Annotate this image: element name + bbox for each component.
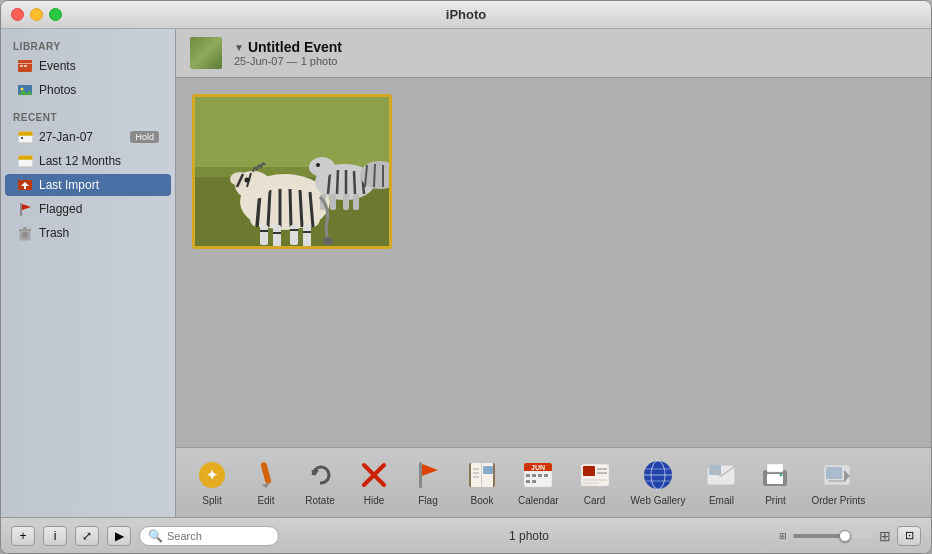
- photo-grid: [176, 78, 931, 447]
- search-box[interactable]: 🔍: [139, 526, 279, 546]
- sidebar-item-flagged[interactable]: Flagged: [5, 198, 171, 220]
- split-button[interactable]: ✦ Split: [186, 455, 238, 510]
- sidebar-item-trash[interactable]: Trash: [5, 222, 171, 244]
- event-header: ▼ Untitled Event 25-Jun-07 — 1 photo: [176, 29, 931, 78]
- info-icon: i: [54, 529, 57, 543]
- sidebar-item-label: 27-Jan-07: [39, 130, 93, 144]
- svg-rect-10: [21, 137, 23, 139]
- svg-point-39: [245, 178, 250, 183]
- size-slider-thumb[interactable]: [839, 530, 851, 542]
- edit-icon: [250, 459, 282, 491]
- content-area: ▼ Untitled Event 25-Jun-07 — 1 photo: [176, 29, 931, 517]
- sidebar-item-photos[interactable]: Photos: [5, 79, 171, 101]
- svg-rect-9: [18, 134, 32, 136]
- app-window: iPhoto LIBRARY Events: [0, 0, 932, 554]
- fullscreen-button[interactable]: ⤢: [75, 526, 99, 546]
- svg-rect-2: [20, 65, 23, 67]
- search-icon: 🔍: [148, 529, 163, 543]
- info-button[interactable]: i: [43, 526, 67, 546]
- svg-rect-93: [583, 466, 595, 476]
- photo-item[interactable]: [192, 94, 392, 249]
- svg-rect-19: [19, 229, 31, 231]
- view-icon: ⊡: [905, 529, 914, 542]
- calendar-icon: JUN: [522, 459, 554, 491]
- svg-rect-58: [330, 194, 336, 210]
- book-button[interactable]: Book: [456, 455, 508, 510]
- orderprints-button[interactable]: Order Prints: [803, 455, 873, 510]
- import-icon: [17, 177, 33, 193]
- sidebar-item-label: Trash: [39, 226, 69, 240]
- svg-rect-111: [828, 480, 846, 482]
- card-label: Card: [584, 495, 606, 506]
- webgallery-button[interactable]: Web Gallery: [623, 455, 694, 510]
- svg-point-65: [323, 237, 333, 245]
- edit-label: Edit: [257, 495, 274, 506]
- split-label: Split: [202, 495, 221, 506]
- svg-text:✦: ✦: [206, 467, 218, 483]
- edit-button[interactable]: Edit: [240, 455, 292, 510]
- event-meta: 25-Jun-07 — 1 photo: [234, 55, 342, 67]
- email-button[interactable]: Email: [695, 455, 747, 510]
- minimize-button[interactable]: [30, 8, 43, 21]
- event-thumbnail-image: [190, 37, 222, 69]
- print-button[interactable]: Print: [749, 455, 801, 510]
- book-label: Book: [471, 495, 494, 506]
- rotate-button[interactable]: Rotate: [294, 455, 346, 510]
- svg-line-30: [268, 190, 270, 227]
- add-button[interactable]: +: [11, 526, 35, 546]
- sidebar-item-events[interactable]: Events: [5, 55, 171, 77]
- bottom-bar: + i ⤢ ▶ 🔍 1 photo ⊞ ⊞ ⊡: [1, 517, 931, 553]
- view-toggle-button[interactable]: ⊡: [897, 526, 921, 546]
- svg-marker-69: [262, 483, 271, 489]
- calendar-label: Calendar: [518, 495, 559, 506]
- sidebar-item-last12[interactable]: Last 12 Months: [5, 150, 171, 172]
- svg-line-51: [337, 170, 338, 194]
- svg-rect-20: [23, 227, 27, 229]
- play-button[interactable]: ▶: [107, 526, 131, 546]
- svg-rect-1: [18, 63, 32, 64]
- orderprints-label: Order Prints: [811, 495, 865, 506]
- svg-rect-3: [24, 65, 27, 67]
- orderprints-icon: [822, 459, 854, 491]
- sidebar: LIBRARY Events: [1, 29, 176, 517]
- window-title: iPhoto: [446, 7, 486, 22]
- svg-point-56: [316, 163, 320, 167]
- hide-icon: [358, 459, 390, 491]
- sidebar-item-date[interactable]: 27-Jan-07 Hold: [5, 126, 171, 148]
- svg-rect-68: [260, 462, 271, 485]
- svg-rect-42: [290, 225, 298, 245]
- svg-point-108: [780, 474, 783, 477]
- svg-rect-41: [273, 225, 281, 246]
- search-input[interactable]: [167, 530, 270, 542]
- status-text: 1 photo: [287, 529, 771, 543]
- svg-line-53: [354, 171, 355, 194]
- svg-rect-107: [767, 464, 783, 472]
- sidebar-item-last-import[interactable]: Last Import: [5, 174, 171, 196]
- hold-badge: Hold: [130, 131, 159, 143]
- disclosure-icon[interactable]: ▼: [234, 42, 244, 53]
- svg-rect-104: [709, 465, 721, 475]
- svg-rect-60: [353, 194, 359, 210]
- sidebar-item-label: Events: [39, 59, 76, 73]
- rotate-label: Rotate: [305, 495, 334, 506]
- hide-button[interactable]: Hide: [348, 455, 400, 510]
- sidebar-item-label: Last 12 Months: [39, 154, 121, 168]
- svg-rect-13: [18, 158, 32, 160]
- svg-rect-86: [526, 474, 530, 477]
- flag-icon: [412, 459, 444, 491]
- traffic-lights: [11, 8, 62, 21]
- size-slider[interactable]: [793, 534, 873, 538]
- recent-section-label: RECENT: [1, 108, 175, 125]
- library-section-label: LIBRARY: [1, 37, 175, 54]
- flag-button[interactable]: Flag: [402, 455, 454, 510]
- close-button[interactable]: [11, 8, 24, 21]
- sidebar-item-label: Last Import: [39, 178, 99, 192]
- svg-rect-43: [303, 225, 311, 246]
- event-name: Untitled Event: [248, 39, 342, 55]
- card-button[interactable]: Card: [569, 455, 621, 510]
- split-icon: ✦: [196, 459, 228, 491]
- size-large-icon: ⊞: [879, 528, 891, 544]
- maximize-button[interactable]: [49, 8, 62, 21]
- flagged-icon: [17, 201, 33, 217]
- calendar-button[interactable]: JUN Calendar: [510, 455, 567, 510]
